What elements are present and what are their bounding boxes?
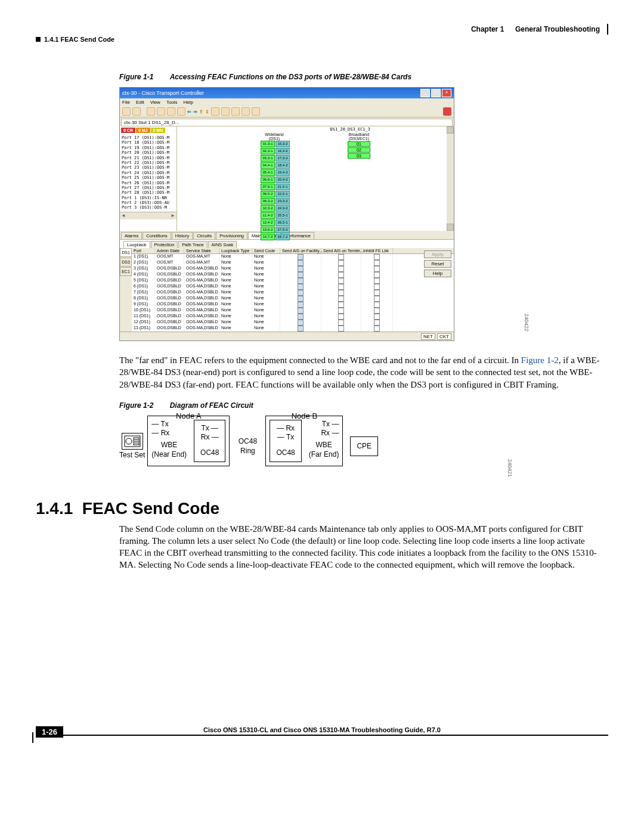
checkbox[interactable] bbox=[298, 284, 304, 290]
subtab-protection[interactable]: Protection bbox=[151, 241, 178, 248]
column-header[interactable]: Send AIS on Termin... bbox=[321, 248, 361, 253]
table-row[interactable]: 13 (DS1)OOS,DSBLDOOS-MA,DSBLDNoneNone bbox=[132, 326, 454, 332]
tab-circuits[interactable]: Circuits bbox=[193, 232, 215, 239]
scroll-left-icon[interactable]: ◄ bbox=[121, 213, 126, 218]
tree-item[interactable]: Port 21 (DS1):OOS-M bbox=[122, 156, 175, 160]
table-row[interactable]: 11 (DS1)OOS,DSBLDOOS-MA,DSBLDNoneNone bbox=[132, 314, 454, 320]
column-header[interactable]: Port bbox=[132, 248, 155, 253]
checkbox[interactable] bbox=[374, 302, 380, 308]
column-header[interactable]: Send AIS on Facility... bbox=[280, 248, 321, 253]
scroll-right-icon[interactable]: ► bbox=[171, 213, 175, 218]
checkbox[interactable] bbox=[374, 296, 380, 302]
tree-item[interactable]: Port 26 (DS1):OOS-M bbox=[122, 181, 175, 185]
column-header[interactable]: Service State bbox=[184, 248, 219, 253]
menu-tools[interactable]: Tools bbox=[166, 100, 178, 105]
tree-item[interactable]: Port 17 (DS1):OOS-M bbox=[122, 135, 175, 140]
sidetab-ec1[interactable]: EC1 bbox=[120, 267, 132, 276]
apply-button[interactable]: Apply bbox=[424, 250, 451, 258]
window-titlebar[interactable]: ctx-30 - Cisco Transport Controller _ □ … bbox=[120, 88, 454, 98]
checkbox[interactable] bbox=[374, 254, 380, 260]
tab-alarms[interactable]: Alarms bbox=[121, 232, 142, 239]
toolbar-icon[interactable] bbox=[211, 107, 219, 116]
tree-item[interactable]: Port 1 (DS3):IS-NR bbox=[122, 196, 175, 200]
close-icon[interactable]: × bbox=[442, 89, 451, 97]
checkbox[interactable] bbox=[338, 326, 344, 332]
checkbox[interactable] bbox=[298, 278, 304, 284]
table-row[interactable]: 7 (DS1)OOS,DSBLDOOS-MA,DSBLDNoneNone bbox=[132, 290, 454, 296]
tree-item[interactable]: Port 27 (DS1):OOS-M bbox=[122, 185, 175, 190]
checkbox[interactable] bbox=[298, 326, 304, 332]
toolbar-icon[interactable] bbox=[157, 107, 165, 116]
tree-item[interactable]: Port 2 (DS3):OOS-AU bbox=[122, 200, 175, 205]
scroll-up-icon[interactable] bbox=[447, 126, 454, 134]
checkbox[interactable] bbox=[298, 254, 304, 260]
menu-edit[interactable]: Edit bbox=[136, 100, 144, 105]
tree-item[interactable]: Port 24 (DS1):OOS-M bbox=[122, 171, 175, 175]
toolbar-icon[interactable] bbox=[242, 107, 250, 116]
maximize-icon[interactable]: □ bbox=[431, 89, 441, 97]
menu-help[interactable]: Help bbox=[184, 100, 193, 105]
menu-bar[interactable]: File Edit View Tools Help bbox=[120, 98, 454, 106]
checkbox[interactable] bbox=[374, 290, 380, 296]
figure-link[interactable]: Figure 1-2 bbox=[521, 355, 559, 365]
checkbox[interactable] bbox=[374, 272, 380, 278]
checkbox[interactable] bbox=[298, 272, 304, 278]
menu-file[interactable]: File bbox=[122, 100, 130, 105]
checkbox[interactable] bbox=[338, 308, 344, 314]
checkbox[interactable] bbox=[298, 308, 304, 314]
sidetab-ds1[interactable]: DS1 bbox=[120, 248, 132, 257]
tab-conditions[interactable]: Conditions bbox=[143, 232, 171, 239]
alert-icon[interactable] bbox=[443, 107, 451, 116]
checkbox[interactable] bbox=[298, 296, 304, 302]
subtab-loopback[interactable]: Loopback bbox=[123, 241, 150, 248]
tree-item[interactable]: Port 20 (DS1):OOS-M bbox=[122, 150, 175, 155]
toolbar-icon[interactable] bbox=[221, 107, 230, 116]
checkbox[interactable] bbox=[338, 284, 344, 290]
column-header[interactable]: Inhibit FE Lbk bbox=[361, 248, 393, 253]
subtab-ains-soak[interactable]: AINS Soak bbox=[208, 241, 237, 248]
tree-pane[interactable]: 0 CR 0 MJ 0 MN Port 17 (DS1):OOS-MPort 1… bbox=[120, 126, 177, 231]
table-row[interactable]: 10 (DS1)OOS,DSBLDOOS-MA,DSBLDNoneNone bbox=[132, 308, 454, 314]
port-list[interactable]: Port 17 (DS1):OOS-MPort 18 (DS1):OOS-MPo… bbox=[120, 134, 177, 212]
table-row[interactable]: 2 (DS1)OOS,MTOOS-MA,MTNoneNone bbox=[132, 260, 454, 266]
checkbox[interactable] bbox=[374, 326, 380, 332]
forward-arrow-icon[interactable]: ⇒ bbox=[193, 109, 197, 114]
checkbox[interactable] bbox=[374, 308, 380, 314]
horizontal-scrollbar[interactable]: ◄► bbox=[120, 212, 177, 219]
lock-icon[interactable] bbox=[147, 107, 155, 116]
reset-button[interactable]: Reset bbox=[424, 260, 451, 268]
checkbox[interactable] bbox=[298, 266, 304, 272]
checkbox[interactable] bbox=[338, 272, 344, 278]
table-row[interactable]: 8 (DS1)OOS,DSBLDOOS-MA,DSBLDNoneNone bbox=[132, 296, 454, 302]
checkbox[interactable] bbox=[374, 260, 380, 266]
checkbox[interactable] bbox=[338, 320, 344, 326]
tree-item[interactable]: Port 18 (DS1):OOS-M bbox=[122, 140, 175, 145]
vertical-scrollbar[interactable] bbox=[447, 126, 454, 231]
tree-item[interactable]: Port 23 (DS1):OOS-M bbox=[122, 165, 175, 170]
checkbox[interactable] bbox=[374, 266, 380, 272]
checkbox[interactable] bbox=[338, 278, 344, 284]
checkbox[interactable] bbox=[338, 314, 344, 320]
toolbar-icon[interactable] bbox=[132, 107, 141, 116]
checkbox[interactable] bbox=[298, 290, 304, 296]
data-grid[interactable]: PortAdmin StateService StateLoopback Typ… bbox=[132, 248, 454, 332]
column-header[interactable]: Loopback Type bbox=[219, 248, 252, 253]
help-button[interactable]: Help bbox=[424, 270, 451, 277]
tree-item[interactable]: Port 28 (DS1):OOS-M bbox=[122, 190, 175, 195]
table-row[interactable]: 12 (DS1)OOS,DSBLDOOS-MA,DSBLDNoneNone bbox=[132, 320, 454, 326]
table-row[interactable]: 6 (DS1)OOS,DSBLDOOS-MA,DSBLDNoneNone bbox=[132, 284, 454, 290]
tab-provisioning[interactable]: Provisioning bbox=[216, 232, 247, 239]
toolbar-icon[interactable] bbox=[122, 107, 131, 116]
minimize-icon[interactable]: _ bbox=[420, 89, 430, 97]
sidetab-ds3[interactable]: DS3 bbox=[120, 258, 132, 267]
column-header[interactable]: Admin State bbox=[155, 248, 184, 253]
checkbox[interactable] bbox=[338, 302, 344, 308]
tree-item[interactable]: Port 25 (DS1):OOS-M bbox=[122, 175, 175, 180]
checkbox[interactable] bbox=[298, 314, 304, 320]
table-row[interactable]: 5 (DS1)OOS,DSBLDOOS-MA,DSBLDNoneNone bbox=[132, 278, 454, 284]
tree-item[interactable]: Port 22 (DS1):OOS-M bbox=[122, 160, 175, 165]
menu-view[interactable]: View bbox=[150, 100, 160, 105]
checkbox[interactable] bbox=[338, 254, 344, 260]
table-row[interactable]: 3 (DS1)OOS,DSBLDOOS-MA,DSBLDNoneNone bbox=[132, 266, 454, 272]
checkbox[interactable] bbox=[338, 290, 344, 296]
